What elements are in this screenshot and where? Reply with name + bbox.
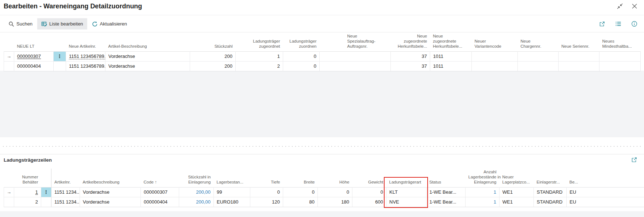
table-row[interactable]: 2 1151 1234... Vorderachse 000000404 200… (4, 197, 644, 207)
table-row[interactable]: 000000404 1151 123456789... Vorderachse … (4, 61, 641, 71)
table-row[interactable]: → 000000307 ⋮ 1151 123456789... Vorderac… (4, 51, 641, 61)
share-icon[interactable] (599, 21, 605, 27)
cell-zugeordnet[interactable]: 2 (236, 61, 283, 71)
cell-artikelbeschreibung[interactable]: Vorderachse (80, 197, 141, 207)
col-tiefe[interactable]: Tiefe (250, 169, 283, 187)
cell-spezialauftrag[interactable] (320, 51, 391, 61)
cell-hoehe[interactable]: 180 (318, 197, 352, 207)
cell-status[interactable]: 1-WE Bear... (427, 197, 466, 207)
col-artikel-beschreibung[interactable]: Artikel-Beschreibung (105, 33, 190, 51)
cell-truncated[interactable]: EU (567, 187, 644, 197)
cell-herkunftsbeleg-2[interactable]: 1011 (430, 51, 472, 61)
col-variantencode[interactable]: Neuer Variantencode (472, 33, 518, 51)
cell-neue-artikelnr[interactable]: 1151 123456789... (66, 51, 105, 61)
col-nummer-behaelter[interactable]: Nummer Behälter (14, 169, 41, 187)
cell-variantencode[interactable] (472, 51, 518, 61)
cell-code[interactable]: 000000307 (141, 187, 179, 197)
cell-nummer-behaelter[interactable]: 2 (14, 197, 41, 207)
show-list-icon[interactable] (615, 21, 621, 27)
cell-mindesthaltbarkeit[interactable] (599, 51, 641, 61)
search-button[interactable]: Suchen (4, 18, 36, 29)
col-chargennr[interactable]: Neue Chargennr. (518, 33, 559, 51)
cell-herkunftsbeleg-1[interactable]: 37 (391, 51, 430, 61)
cell-code[interactable]: 000000404 (141, 197, 179, 207)
cell-artikelnr[interactable]: 1151 1234... (51, 187, 80, 197)
col-einlagerstrategie[interactable]: Einlagerstr... (534, 169, 567, 187)
col-spezialauftrag[interactable]: Neue Spezialauftrag- Auftragsnr. (320, 33, 391, 51)
cell-chargennr[interactable] (518, 61, 559, 71)
collapse-diagonal-icon[interactable] (616, 3, 624, 10)
col-mindesthaltbarkeit[interactable]: Neues Mindesthaltba... (599, 33, 641, 51)
cell-anzahl[interactable]: 1 (466, 187, 500, 197)
cell-stueckzahl[interactable]: 200 (190, 51, 236, 61)
cell-neue-lt[interactable]: 000000404 (14, 61, 54, 71)
cell-breite[interactable]: 0 (283, 187, 318, 197)
cell-variantencode[interactable] (472, 61, 518, 71)
more-options-icon[interactable]: ⋮ (41, 187, 51, 197)
col-seriennr[interactable]: Neue Seriennr. (559, 33, 599, 51)
close-icon[interactable] (631, 3, 638, 10)
edit-list-button[interactable]: Liste bearbeiten (37, 18, 87, 29)
cell-lagerbestand[interactable]: EURO180 (214, 197, 250, 207)
cell-hoehe[interactable]: 0 (318, 187, 352, 197)
refresh-button[interactable]: Aktualisieren (88, 18, 131, 29)
cell-mindesthaltbarkeit[interactable] (599, 61, 641, 71)
cell-artikel-beschreibung[interactable]: Vorderachse (105, 61, 190, 71)
cell-breite[interactable]: 80 (283, 197, 318, 207)
col-hoehe[interactable]: Höhe (318, 169, 352, 187)
col-artikelnr[interactable]: Artikelnr. (51, 169, 80, 187)
cell-stueckzahl[interactable]: 200 (190, 61, 236, 71)
cell-stueckzahl-einlagerung[interactable]: 200,00 (179, 197, 214, 207)
cell-herkunftsbeleg-1[interactable]: 37 (391, 61, 430, 71)
cell-neue-lt[interactable]: 000000307 (14, 51, 54, 61)
cell-gewicht[interactable]: 600 (352, 197, 386, 207)
cell-tiefe[interactable]: 0 (250, 187, 283, 197)
table-row[interactable]: → 1 ⋮ 1151 1234... Vorderachse 000000307… (4, 187, 644, 197)
cell-tiefe[interactable]: 120 (250, 197, 283, 207)
more-options-icon[interactable]: ⋮ (54, 51, 66, 61)
col-gewicht[interactable]: Gewicht (352, 169, 386, 187)
col-ladungstraeger-zugeordnet[interactable]: Ladungsträger zugeordnet (236, 33, 283, 51)
cell-artikelbeschreibung[interactable]: Vorderachse (80, 187, 141, 197)
col-artikelbeschreibung[interactable]: Artikelbeschreibung (80, 169, 141, 187)
col-lagerbestand[interactable]: Lagerbestan... (214, 169, 250, 187)
cell-anzahl[interactable]: 1 (466, 197, 500, 207)
more-options-cell[interactable] (41, 197, 51, 207)
more-options-cell[interactable] (54, 61, 66, 71)
cell-herkunftsbeleg-2[interactable]: 1011 (430, 61, 472, 71)
cell-spezialauftrag[interactable] (320, 61, 391, 71)
cell-stueckzahl-einlagerung[interactable]: 200,00 (179, 187, 214, 197)
cell-zugeordnet[interactable]: 1 (236, 51, 283, 61)
col-ladungstraeger-zuordnen[interactable]: Ladungsträger zuordnen (283, 33, 320, 51)
col-neue-lt[interactable]: NEUE LT (14, 33, 54, 51)
col-neuer-lagerplatzcode[interactable]: Neuer Lagerplatzco... (500, 169, 534, 187)
cell-ladungstraegerart[interactable]: KLT (386, 187, 427, 197)
col-breite[interactable]: Breite (283, 169, 318, 187)
cell-truncated[interactable]: EU (567, 197, 644, 207)
cell-lagerplatzcode[interactable]: WE1 (500, 197, 534, 207)
info-icon[interactable] (631, 21, 637, 27)
cell-status[interactable]: 1-WE Bear... (427, 187, 466, 197)
cell-lagerplatzcode[interactable]: WE1 (500, 187, 534, 197)
col-code-sorted[interactable]: Code ↑ (141, 169, 179, 187)
col-neue-artikelnr[interactable]: Neue Artikelnr. (66, 33, 105, 51)
col-status[interactable]: Status (427, 169, 466, 187)
share-icon[interactable] (631, 157, 637, 163)
col-truncated[interactable]: Be... (567, 169, 644, 187)
cell-chargennr[interactable] (518, 51, 559, 61)
col-herkunftsbeleg-2[interactable]: Neue zugeordnete Herkunftsbele... (430, 33, 472, 51)
cell-einlagerstrategie[interactable]: STANDARD (534, 187, 567, 197)
cell-nummer-behaelter[interactable]: 1 (14, 187, 41, 197)
cell-seriennr[interactable] (559, 61, 599, 71)
cell-einlagerstrategie[interactable]: STANDARD (534, 197, 567, 207)
cell-artikel-beschreibung[interactable]: Vorderachse (105, 51, 190, 61)
col-stueckzahl-einlagerung[interactable]: Stückzahl in Einlagerung (179, 169, 214, 187)
col-anzahl-lagerbestaende[interactable]: Anzahl Lagerbestände in Einlagerung (466, 169, 500, 187)
cell-zuordnen[interactable]: 0 (283, 51, 320, 61)
cell-neue-artikelnr[interactable]: 1151 123456789... (66, 61, 105, 71)
cell-lagerbestand[interactable]: 99 (214, 187, 250, 197)
cell-ladungstraegerart[interactable]: NVE (386, 197, 427, 207)
col-stueckzahl[interactable]: Stückzahl (190, 33, 236, 51)
part-separator[interactable] (3, 146, 642, 147)
col-herkunftsbeleg-1[interactable]: Neue zugeordnete Herkunftsbele... (391, 33, 430, 51)
